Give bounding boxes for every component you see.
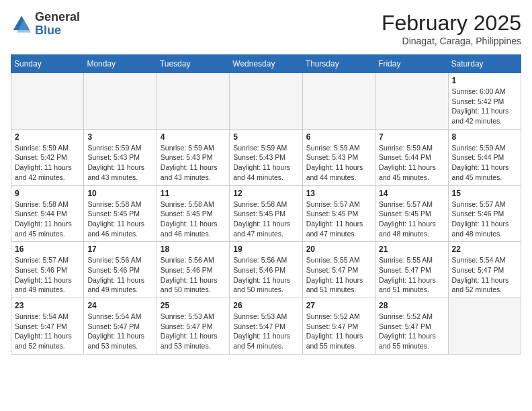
calendar-cell xyxy=(302,73,375,130)
day-number: 9 xyxy=(15,189,80,198)
day-number: 16 xyxy=(15,244,80,254)
day-number: 24 xyxy=(87,301,152,310)
day-info: Sunrise: 5:57 AM Sunset: 5:45 PM Dayligh… xyxy=(306,199,371,239)
day-number: 26 xyxy=(233,301,298,310)
day-info: Sunrise: 5:59 AM Sunset: 5:42 PM Dayligh… xyxy=(15,143,80,183)
calendar-cell: 6Sunrise: 5:59 AM Sunset: 5:43 PM Daylig… xyxy=(302,129,375,185)
calendar-cell: 8Sunrise: 5:59 AM Sunset: 5:44 PM Daylig… xyxy=(448,129,521,185)
calendar-cell: 22Sunrise: 5:54 AM Sunset: 5:47 PM Dayli… xyxy=(448,242,521,298)
day-info: Sunrise: 5:52 AM Sunset: 5:47 PM Dayligh… xyxy=(379,312,444,351)
day-number: 20 xyxy=(306,244,371,254)
calendar-cell: 19Sunrise: 5:56 AM Sunset: 5:46 PM Dayli… xyxy=(230,242,302,298)
day-info: Sunrise: 5:59 AM Sunset: 5:44 PM Dayligh… xyxy=(379,143,444,183)
location: Dinagat, Caraga, Philippines xyxy=(382,36,521,46)
calendar-header-saturday: Saturday xyxy=(448,55,521,73)
day-info: Sunrise: 5:55 AM Sunset: 5:47 PM Dayligh… xyxy=(306,255,371,295)
day-info: Sunrise: 5:57 AM Sunset: 5:45 PM Dayligh… xyxy=(379,199,444,239)
calendar-cell xyxy=(230,73,302,130)
calendar-cell: 5Sunrise: 5:59 AM Sunset: 5:43 PM Daylig… xyxy=(230,129,302,185)
day-number: 27 xyxy=(306,301,371,310)
calendar-week-row: 16Sunrise: 5:57 AM Sunset: 5:46 PM Dayli… xyxy=(11,242,521,298)
calendar-cell: 27Sunrise: 5:52 AM Sunset: 5:47 PM Dayli… xyxy=(302,298,375,355)
calendar-cell: 25Sunrise: 5:53 AM Sunset: 5:47 PM Dayli… xyxy=(157,298,229,355)
day-info: Sunrise: 5:59 AM Sunset: 5:43 PM Dayligh… xyxy=(306,143,371,183)
day-number: 10 xyxy=(87,189,152,198)
day-info: Sunrise: 5:57 AM Sunset: 5:46 PM Dayligh… xyxy=(452,199,517,239)
day-number: 11 xyxy=(161,189,226,198)
day-info: Sunrise: 5:53 AM Sunset: 5:47 PM Dayligh… xyxy=(233,312,298,351)
calendar-cell: 21Sunrise: 5:55 AM Sunset: 5:47 PM Dayli… xyxy=(375,242,448,298)
day-info: Sunrise: 5:59 AM Sunset: 5:43 PM Dayligh… xyxy=(233,143,298,183)
page-header: General Blue February 2025 Dinagat, Cara… xyxy=(11,11,521,46)
calendar-cell: 3Sunrise: 5:59 AM Sunset: 5:43 PM Daylig… xyxy=(84,129,157,185)
calendar-cell xyxy=(84,73,157,130)
day-number: 21 xyxy=(379,244,444,254)
day-info: Sunrise: 5:54 AM Sunset: 5:47 PM Dayligh… xyxy=(15,312,80,351)
calendar-header-monday: Monday xyxy=(84,55,157,73)
day-info: Sunrise: 5:54 AM Sunset: 5:47 PM Dayligh… xyxy=(452,255,517,295)
day-info: Sunrise: 5:55 AM Sunset: 5:47 PM Dayligh… xyxy=(379,255,444,295)
day-info: Sunrise: 5:58 AM Sunset: 5:45 PM Dayligh… xyxy=(161,199,226,239)
month-title: February 2025 xyxy=(382,11,521,36)
day-info: Sunrise: 6:00 AM Sunset: 5:42 PM Dayligh… xyxy=(452,87,517,126)
day-info: Sunrise: 5:58 AM Sunset: 5:45 PM Dayligh… xyxy=(233,199,298,239)
calendar-cell: 7Sunrise: 5:59 AM Sunset: 5:44 PM Daylig… xyxy=(375,129,448,185)
calendar-cell: 13Sunrise: 5:57 AM Sunset: 5:45 PM Dayli… xyxy=(302,185,375,242)
day-number: 7 xyxy=(379,132,444,142)
day-info: Sunrise: 5:54 AM Sunset: 5:47 PM Dayligh… xyxy=(87,312,152,351)
day-number: 1 xyxy=(452,76,517,85)
logo: General Blue xyxy=(11,11,80,38)
calendar-header-wednesday: Wednesday xyxy=(230,55,302,73)
calendar-cell: 28Sunrise: 5:52 AM Sunset: 5:47 PM Dayli… xyxy=(375,298,448,355)
calendar-cell xyxy=(11,73,84,130)
day-number: 15 xyxy=(452,189,517,198)
calendar-header-friday: Friday xyxy=(375,55,448,73)
day-number: 28 xyxy=(379,301,444,310)
calendar-cell: 15Sunrise: 5:57 AM Sunset: 5:46 PM Dayli… xyxy=(448,185,521,242)
calendar-week-row: 2Sunrise: 5:59 AM Sunset: 5:42 PM Daylig… xyxy=(11,129,521,185)
title-block: February 2025 Dinagat, Caraga, Philippin… xyxy=(382,11,521,46)
day-number: 8 xyxy=(452,132,517,142)
calendar-cell: 26Sunrise: 5:53 AM Sunset: 5:47 PM Dayli… xyxy=(230,298,302,355)
day-number: 4 xyxy=(161,132,226,142)
calendar-cell: 18Sunrise: 5:56 AM Sunset: 5:46 PM Dayli… xyxy=(157,242,229,298)
calendar-cell: 14Sunrise: 5:57 AM Sunset: 5:45 PM Dayli… xyxy=(375,185,448,242)
calendar-header-sunday: Sunday xyxy=(11,55,84,73)
day-info: Sunrise: 5:53 AM Sunset: 5:47 PM Dayligh… xyxy=(161,312,226,351)
calendar-cell: 24Sunrise: 5:54 AM Sunset: 5:47 PM Dayli… xyxy=(84,298,157,355)
day-number: 22 xyxy=(452,244,517,254)
day-info: Sunrise: 5:56 AM Sunset: 5:46 PM Dayligh… xyxy=(233,255,298,295)
logo-text: General Blue xyxy=(35,11,80,38)
day-number: 5 xyxy=(233,132,298,142)
day-number: 18 xyxy=(161,244,226,254)
calendar-table: SundayMondayTuesdayWednesdayThursdayFrid… xyxy=(11,54,521,355)
day-info: Sunrise: 5:59 AM Sunset: 5:43 PM Dayligh… xyxy=(161,143,226,183)
day-number: 3 xyxy=(87,132,152,142)
day-number: 25 xyxy=(161,301,226,310)
day-number: 14 xyxy=(379,189,444,198)
calendar-cell xyxy=(375,73,448,130)
day-number: 13 xyxy=(306,189,371,198)
calendar-week-row: 9Sunrise: 5:58 AM Sunset: 5:44 PM Daylig… xyxy=(11,185,521,242)
day-number: 2 xyxy=(15,132,80,142)
day-info: Sunrise: 5:58 AM Sunset: 5:44 PM Dayligh… xyxy=(15,199,80,239)
calendar-cell: 1Sunrise: 6:00 AM Sunset: 5:42 PM Daylig… xyxy=(448,73,521,130)
day-number: 12 xyxy=(233,189,298,198)
day-info: Sunrise: 5:57 AM Sunset: 5:46 PM Dayligh… xyxy=(15,255,80,295)
calendar-cell xyxy=(157,73,229,130)
calendar-header-tuesday: Tuesday xyxy=(157,55,229,73)
calendar-cell: 11Sunrise: 5:58 AM Sunset: 5:45 PM Dayli… xyxy=(157,185,229,242)
day-info: Sunrise: 5:52 AM Sunset: 5:47 PM Dayligh… xyxy=(306,312,371,351)
calendar-week-row: 1Sunrise: 6:00 AM Sunset: 5:42 PM Daylig… xyxy=(11,73,521,130)
day-number: 17 xyxy=(87,244,152,254)
calendar-cell xyxy=(448,298,521,355)
calendar-cell: 10Sunrise: 5:58 AM Sunset: 5:45 PM Dayli… xyxy=(84,185,157,242)
day-info: Sunrise: 5:58 AM Sunset: 5:45 PM Dayligh… xyxy=(87,199,152,239)
day-info: Sunrise: 5:59 AM Sunset: 5:44 PM Dayligh… xyxy=(452,143,517,183)
calendar-cell: 17Sunrise: 5:56 AM Sunset: 5:46 PM Dayli… xyxy=(84,242,157,298)
day-number: 6 xyxy=(306,132,371,142)
calendar-cell: 20Sunrise: 5:55 AM Sunset: 5:47 PM Dayli… xyxy=(302,242,375,298)
day-number: 23 xyxy=(15,301,80,310)
calendar-week-row: 23Sunrise: 5:54 AM Sunset: 5:47 PM Dayli… xyxy=(11,298,521,355)
logo-blue: Blue xyxy=(35,24,61,37)
